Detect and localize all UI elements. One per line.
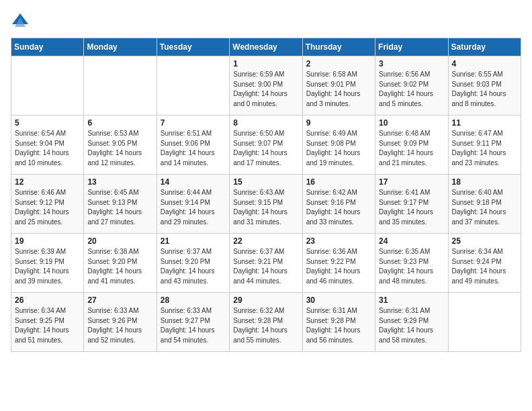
day-cell: 29Sunrise: 6:32 AM Sunset: 9:28 PM Dayli…	[230, 293, 302, 352]
day-info: Sunrise: 6:44 AM Sunset: 9:14 PM Dayligh…	[161, 188, 226, 227]
day-number: 18	[452, 177, 517, 187]
day-info: Sunrise: 6:51 AM Sunset: 9:06 PM Dayligh…	[161, 129, 226, 168]
day-number: 22	[233, 236, 298, 246]
day-info: Sunrise: 6:41 AM Sunset: 9:17 PM Dayligh…	[379, 188, 444, 227]
header-wednesday: Wednesday	[230, 38, 302, 56]
day-info: Sunrise: 6:59 AM Sunset: 9:00 PM Dayligh…	[233, 70, 298, 109]
day-number: 1	[233, 59, 298, 68]
day-info: Sunrise: 6:54 AM Sunset: 9:04 PM Dayligh…	[15, 129, 80, 168]
header-friday: Friday	[375, 38, 448, 56]
day-info: Sunrise: 6:32 AM Sunset: 9:28 PM Dayligh…	[233, 306, 298, 345]
day-number: 15	[233, 177, 298, 187]
day-info: Sunrise: 6:55 AM Sunset: 9:03 PM Dayligh…	[452, 70, 517, 109]
day-cell: 8Sunrise: 6:50 AM Sunset: 9:07 PM Daylig…	[230, 116, 302, 175]
day-number: 27	[87, 295, 152, 305]
day-cell: 21Sunrise: 6:37 AM Sunset: 9:20 PM Dayli…	[157, 234, 229, 293]
day-cell	[157, 56, 229, 116]
day-cell: 12Sunrise: 6:46 AM Sunset: 9:12 PM Dayli…	[11, 175, 84, 234]
day-number: 4	[452, 59, 517, 68]
day-info: Sunrise: 6:36 AM Sunset: 9:22 PM Dayligh…	[306, 247, 371, 286]
day-cell: 19Sunrise: 6:39 AM Sunset: 9:19 PM Dayli…	[11, 234, 84, 293]
day-number: 10	[379, 118, 444, 128]
week-row-2: 5Sunrise: 6:54 AM Sunset: 9:04 PM Daylig…	[11, 116, 521, 175]
day-cell: 18Sunrise: 6:40 AM Sunset: 9:18 PM Dayli…	[448, 175, 521, 234]
day-cell: 14Sunrise: 6:44 AM Sunset: 9:14 PM Dayli…	[157, 175, 229, 234]
day-cell: 13Sunrise: 6:45 AM Sunset: 9:13 PM Dayli…	[84, 175, 157, 234]
day-number: 28	[161, 295, 226, 305]
day-cell: 2Sunrise: 6:58 AM Sunset: 9:01 PM Daylig…	[302, 56, 375, 116]
day-info: Sunrise: 6:42 AM Sunset: 9:16 PM Dayligh…	[306, 188, 371, 227]
day-number: 30	[306, 295, 371, 305]
day-info: Sunrise: 6:48 AM Sunset: 9:09 PM Dayligh…	[379, 129, 444, 168]
day-number: 26	[15, 295, 80, 305]
day-info: Sunrise: 6:35 AM Sunset: 9:23 PM Dayligh…	[379, 247, 444, 286]
day-cell: 4Sunrise: 6:55 AM Sunset: 9:03 PM Daylig…	[448, 56, 521, 116]
day-number: 20	[87, 236, 152, 246]
week-row-1: 1Sunrise: 6:59 AM Sunset: 9:00 PM Daylig…	[11, 56, 521, 116]
page-header	[11, 11, 521, 30]
day-cell: 20Sunrise: 6:38 AM Sunset: 9:20 PM Dayli…	[84, 234, 157, 293]
day-number: 7	[161, 118, 226, 128]
day-info: Sunrise: 6:39 AM Sunset: 9:19 PM Dayligh…	[15, 247, 80, 286]
day-info: Sunrise: 6:37 AM Sunset: 9:21 PM Dayligh…	[233, 247, 298, 286]
day-cell	[11, 56, 84, 116]
day-number: 31	[379, 295, 444, 305]
day-cell: 10Sunrise: 6:48 AM Sunset: 9:09 PM Dayli…	[375, 116, 448, 175]
day-cell: 25Sunrise: 6:34 AM Sunset: 9:24 PM Dayli…	[448, 234, 521, 293]
day-info: Sunrise: 6:33 AM Sunset: 9:27 PM Dayligh…	[161, 306, 226, 345]
day-info: Sunrise: 6:40 AM Sunset: 9:18 PM Dayligh…	[452, 188, 517, 227]
day-info: Sunrise: 6:37 AM Sunset: 9:20 PM Dayligh…	[161, 247, 226, 286]
day-cell: 17Sunrise: 6:41 AM Sunset: 9:17 PM Dayli…	[375, 175, 448, 234]
day-number: 3	[379, 59, 444, 68]
day-info: Sunrise: 6:45 AM Sunset: 9:13 PM Dayligh…	[87, 188, 152, 227]
day-cell: 23Sunrise: 6:36 AM Sunset: 9:22 PM Dayli…	[302, 234, 375, 293]
day-cell	[448, 293, 521, 352]
day-cell: 6Sunrise: 6:53 AM Sunset: 9:05 PM Daylig…	[84, 116, 157, 175]
logo	[11, 11, 32, 30]
day-cell: 7Sunrise: 6:51 AM Sunset: 9:06 PM Daylig…	[157, 116, 229, 175]
day-number: 19	[15, 236, 80, 246]
day-cell: 31Sunrise: 6:31 AM Sunset: 9:29 PM Dayli…	[375, 293, 448, 352]
day-number: 12	[15, 177, 80, 187]
day-cell: 1Sunrise: 6:59 AM Sunset: 9:00 PM Daylig…	[230, 56, 302, 116]
day-info: Sunrise: 6:38 AM Sunset: 9:20 PM Dayligh…	[87, 247, 152, 286]
day-number: 17	[379, 177, 444, 187]
day-number: 21	[161, 236, 226, 246]
day-cell: 22Sunrise: 6:37 AM Sunset: 9:21 PM Dayli…	[230, 234, 302, 293]
day-cell: 16Sunrise: 6:42 AM Sunset: 9:16 PM Dayli…	[302, 175, 375, 234]
day-cell: 15Sunrise: 6:43 AM Sunset: 9:15 PM Dayli…	[230, 175, 302, 234]
header-sunday: Sunday	[11, 38, 84, 56]
day-info: Sunrise: 6:34 AM Sunset: 9:24 PM Dayligh…	[452, 247, 517, 286]
day-number: 9	[306, 118, 371, 128]
day-cell: 28Sunrise: 6:33 AM Sunset: 9:27 PM Dayli…	[157, 293, 229, 352]
day-info: Sunrise: 6:53 AM Sunset: 9:05 PM Dayligh…	[87, 129, 152, 168]
day-cell: 3Sunrise: 6:56 AM Sunset: 9:02 PM Daylig…	[375, 56, 448, 116]
day-cell: 5Sunrise: 6:54 AM Sunset: 9:04 PM Daylig…	[11, 116, 84, 175]
day-cell: 24Sunrise: 6:35 AM Sunset: 9:23 PM Dayli…	[375, 234, 448, 293]
day-info: Sunrise: 6:31 AM Sunset: 9:29 PM Dayligh…	[379, 306, 444, 345]
day-cell	[84, 56, 157, 116]
day-info: Sunrise: 6:49 AM Sunset: 9:08 PM Dayligh…	[306, 129, 371, 168]
day-number: 14	[161, 177, 226, 187]
header-tuesday: Tuesday	[157, 38, 229, 56]
week-row-4: 19Sunrise: 6:39 AM Sunset: 9:19 PM Dayli…	[11, 234, 521, 293]
day-cell: 27Sunrise: 6:33 AM Sunset: 9:26 PM Dayli…	[84, 293, 157, 352]
day-number: 29	[233, 295, 298, 305]
day-info: Sunrise: 6:34 AM Sunset: 9:25 PM Dayligh…	[15, 306, 80, 345]
day-number: 11	[452, 118, 517, 128]
logo-icon	[11, 11, 30, 30]
day-number: 5	[15, 118, 80, 128]
day-number: 8	[233, 118, 298, 128]
day-cell: 11Sunrise: 6:47 AM Sunset: 9:11 PM Dayli…	[448, 116, 521, 175]
header-row: SundayMondayTuesdayWednesdayThursdayFrid…	[11, 38, 521, 56]
day-info: Sunrise: 6:50 AM Sunset: 9:07 PM Dayligh…	[233, 129, 298, 168]
day-number: 2	[306, 59, 371, 68]
day-number: 13	[87, 177, 152, 187]
day-info: Sunrise: 6:58 AM Sunset: 9:01 PM Dayligh…	[306, 70, 371, 109]
day-number: 16	[306, 177, 371, 187]
day-info: Sunrise: 6:31 AM Sunset: 9:28 PM Dayligh…	[306, 306, 371, 345]
day-info: Sunrise: 6:33 AM Sunset: 9:26 PM Dayligh…	[87, 306, 152, 345]
day-number: 25	[452, 236, 517, 246]
header-thursday: Thursday	[302, 38, 375, 56]
day-cell: 9Sunrise: 6:49 AM Sunset: 9:08 PM Daylig…	[302, 116, 375, 175]
